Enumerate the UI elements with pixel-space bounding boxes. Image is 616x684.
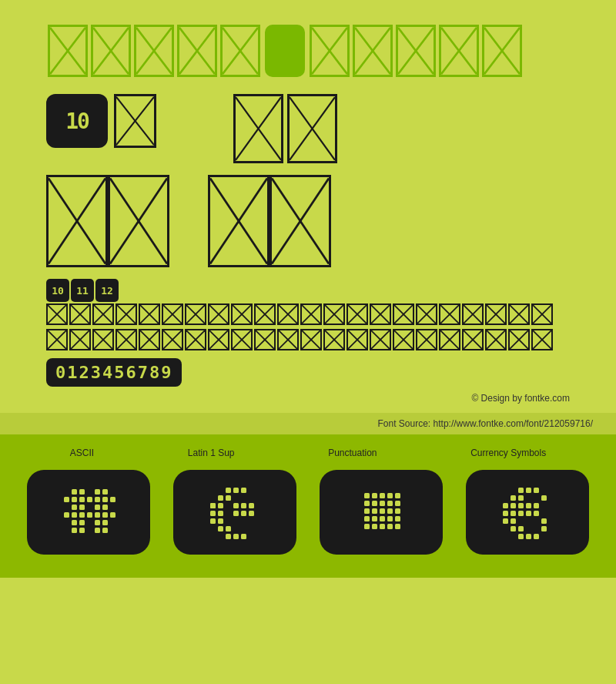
svg-line-3 [93,28,129,74]
euro-icon [497,481,558,543]
punctuation-char-icon[interactable] [320,470,443,555]
svg-line-2 [93,28,129,74]
svg-line-22 [236,97,281,160]
svg-rect-175 [364,493,370,498]
svg-rect-200 [518,488,524,493]
svg-rect-123 [79,489,85,495]
svg-rect-161 [241,503,246,508]
large-glyph-1 [233,94,283,163]
svg-line-8 [223,28,258,74]
font-source-bar: Font Source: http://www.fontke.com/font/… [0,413,616,434]
badge-11: 11 [71,279,94,302]
svg-rect-194 [395,516,400,521]
svg-rect-159 [210,503,216,508]
title-glyph-1 [48,25,88,77]
svg-rect-142 [102,512,108,518]
svg-rect-146 [95,520,100,525]
small-glyph [69,329,91,350]
small-glyph [439,303,460,325]
svg-line-16 [441,28,477,74]
svg-rect-132 [110,497,116,502]
ascii-char-icon[interactable] [27,470,150,555]
svg-rect-148 [72,528,77,533]
small-glyph [508,329,530,350]
svg-line-13 [355,28,390,74]
svg-rect-198 [387,524,393,529]
svg-rect-186 [372,508,377,514]
large-glyph-2 [287,94,337,163]
latin1sup-char-icon[interactable] [173,470,296,555]
currency-char-icon[interactable] [466,470,589,555]
svg-line-0 [50,28,85,74]
small-glyph [116,303,137,325]
svg-rect-166 [241,511,246,516]
svg-rect-182 [380,501,385,506]
svg-rect-138 [72,512,77,518]
svg-rect-135 [95,505,100,510]
title-row [46,23,570,79]
small-x-glyph [114,94,156,148]
title-glyphs [46,23,524,79]
svg-line-26 [49,179,105,264]
svg-rect-134 [79,505,85,510]
preview-row-2 [46,175,570,267]
svg-rect-149 [79,528,85,533]
small-glyph [485,329,507,350]
title-glyph-10 [439,25,479,77]
small-glyph [393,303,414,325]
tab-currency[interactable]: Currency Symbols [470,448,546,458]
small-glyph [92,303,114,325]
font-source-text: Font Source: http://www.fontke.com/font/… [378,418,594,429]
small-glyph [162,329,183,350]
svg-rect-211 [503,511,508,516]
svg-rect-202 [534,488,539,493]
svg-rect-213 [518,511,524,516]
svg-rect-143 [110,512,116,518]
svg-rect-181 [372,501,377,506]
tab-ascii[interactable]: ASCII [70,448,94,458]
small-glyph [69,303,91,325]
svg-rect-154 [241,488,246,493]
tab-latin1sup[interactable]: Latin 1 Sup [188,448,235,458]
small-glyph [346,303,368,325]
svg-rect-124 [95,489,100,495]
svg-rect-221 [541,526,547,531]
xl-glyph-pair-right [208,175,331,267]
svg-rect-150 [95,528,100,533]
svg-rect-214 [526,511,531,516]
svg-rect-205 [541,495,547,501]
svg-line-21 [116,97,154,145]
svg-rect-196 [372,524,377,529]
svg-rect-187 [380,508,385,514]
tab-labels-row: ASCII Latin 1 Sup Punctuation Currency S… [23,444,593,470]
svg-rect-128 [79,497,85,502]
badge-11-text: 11 [76,285,89,297]
tab-punctuation[interactable]: Punctuation [328,448,377,458]
svg-rect-144 [72,520,77,525]
svg-line-27 [49,179,105,264]
small-glyph [116,329,137,350]
xl-glyph-1 [46,175,108,267]
svg-rect-179 [395,493,400,498]
svg-rect-176 [372,493,377,498]
small-glyph [277,303,299,325]
small-glyph [254,329,276,350]
title-glyph-5 [220,25,260,77]
small-glyph [531,303,553,325]
svg-rect-125 [102,489,108,495]
small-glyph [508,303,530,325]
svg-rect-133 [72,505,77,510]
small-glyph [208,329,229,350]
small-glyph [531,329,553,350]
svg-rect-190 [364,516,370,521]
dot-digits-row: 0123456789 [46,358,182,387]
svg-rect-208 [518,503,524,508]
svg-rect-167 [249,511,254,516]
svg-rect-189 [395,508,400,514]
title-glyph-7 [310,25,350,77]
svg-rect-168 [210,518,216,524]
badge-12: 12 [95,279,119,302]
svg-rect-201 [526,488,531,493]
svg-rect-207 [511,503,516,508]
svg-rect-195 [364,524,370,529]
